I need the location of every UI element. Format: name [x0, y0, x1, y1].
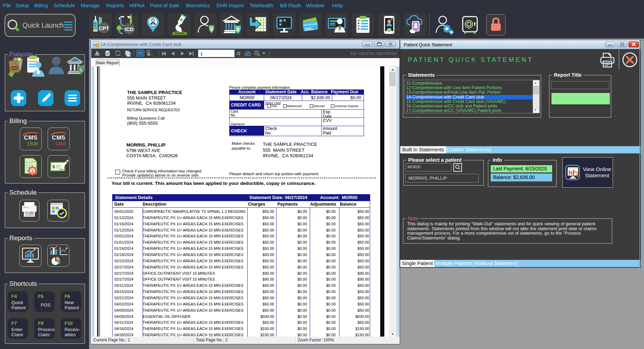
svg-text:$: $ — [79, 67, 83, 73]
svg-text:CMS: CMS — [52, 134, 65, 141]
svg-text:1450: 1450 — [55, 141, 66, 147]
svg-text:ICD: ICD — [125, 26, 134, 32]
svg-text:Quick Launch: Quick Launch — [22, 21, 64, 29]
svg-text:$: $ — [237, 26, 240, 32]
svg-text:(?): (?) — [138, 51, 142, 55]
svg-text:$: $ — [31, 168, 34, 173]
svg-text:CPT: CPT — [99, 25, 109, 31]
svg-text:CMS: CMS — [24, 134, 37, 141]
svg-text:$: $ — [52, 164, 55, 169]
svg-text:1500: 1500 — [27, 141, 38, 147]
